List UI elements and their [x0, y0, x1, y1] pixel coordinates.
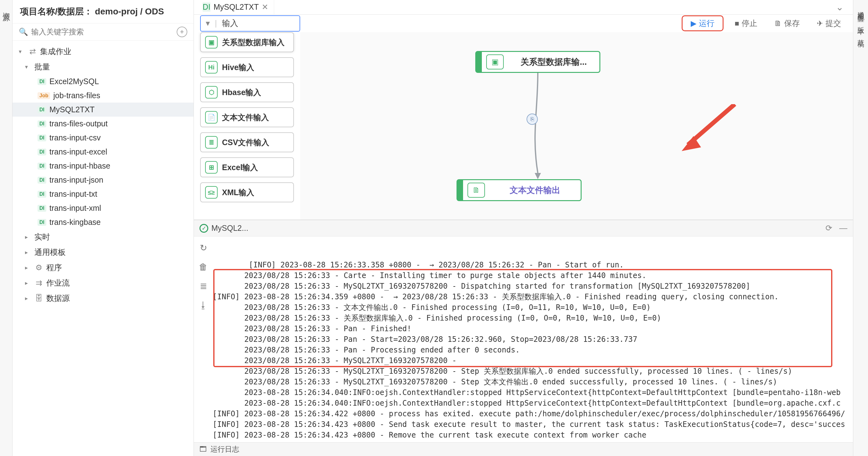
submit-button[interactable]: ✈ 提交: [811, 16, 847, 31]
log-tab[interactable]: ✓ MySQL2...: [199, 224, 248, 233]
tree-item[interactable]: Jobjob-trans-files: [12, 89, 193, 102]
palette-item[interactable]: ≣CSV文件输入: [200, 132, 294, 152]
right-rail-item[interactable]: 通用配置: [856, 4, 866, 13]
palette-item-icon: ⊞: [205, 161, 218, 174]
right-rail: 通用配置版本草稿: [853, 0, 868, 456]
palette-item-icon: Hi: [205, 61, 218, 73]
item-badge-icon: DI: [37, 163, 46, 170]
item-badge-icon: Job: [37, 92, 50, 99]
tree-item[interactable]: DItrans-input-csv: [12, 131, 193, 145]
send-icon: ✈: [817, 19, 823, 28]
palette-category[interactable]: ▾ | 输入: [200, 15, 300, 32]
tree-folder[interactable]: ▸通用模板: [12, 245, 193, 260]
run-button[interactable]: ▶ 运行: [682, 15, 723, 31]
tree-item[interactable]: DItrans-files-output: [12, 117, 193, 131]
log-footer-icon: 🗔: [199, 445, 207, 454]
search-icon: 🔍: [19, 27, 28, 37]
tree-item[interactable]: DItrans-input-excel: [12, 145, 193, 159]
tree-item[interactable]: DItrans-input-xml: [12, 201, 193, 215]
log-gutter: ↻ 🗑 ≣ ⭳: [194, 237, 213, 442]
tree-item[interactable]: DItrans-input-json: [12, 173, 193, 187]
annotation-arrow-icon: [675, 104, 738, 151]
save-button[interactable]: 🗎 保存: [769, 16, 805, 31]
log-footer[interactable]: 🗔 运行日志: [194, 442, 853, 456]
caret-icon: ▸: [25, 249, 31, 256]
tree-item[interactable]: DItrans-input-txt: [12, 187, 193, 201]
minimize-icon[interactable]: —: [839, 223, 847, 233]
left-rail[interactable]: 资源: [0, 0, 12, 456]
palette-item[interactable]: 📄文本文件输入: [200, 107, 294, 127]
folder-label: 程序: [46, 263, 62, 273]
palette-item-label: Hive输入: [222, 62, 254, 72]
palette-item-icon: ▣: [205, 36, 218, 49]
palette-item-icon: ≣: [205, 136, 218, 149]
palette-item-icon: ⬡: [205, 86, 218, 98]
caret-icon: ▸: [25, 234, 31, 241]
palette-item[interactable]: ▣关系型数据库输入: [200, 32, 294, 52]
caret-icon: ▾: [206, 19, 210, 28]
add-icon[interactable]: +: [177, 27, 187, 37]
design-canvas[interactable]: ▣ 关系型数据库输... ⎘ 🗎 文本文件输出: [300, 32, 853, 219]
tree-folder[interactable]: ▸⇉作业流: [12, 275, 193, 291]
stop-icon: ■: [735, 19, 740, 28]
tree-item-label: trans-input-json: [50, 176, 103, 185]
folder-icon: ⚙: [34, 263, 43, 272]
log-output[interactable]: [INFO] 2023-08-28 15:26:33.358 +0800 - →…: [213, 237, 853, 442]
tree-item-label: trans-kingbase: [50, 218, 101, 227]
tree-item[interactable]: DItrans-input-hbase: [12, 159, 193, 173]
tree-folder[interactable]: ▸🗄数据源: [12, 291, 193, 306]
palette-item[interactable]: ⬡Hbase输入: [200, 82, 294, 102]
item-badge-icon: DI: [37, 205, 46, 212]
tree-item-label: trans-input-csv: [50, 133, 101, 142]
play-icon: ▶: [691, 19, 696, 28]
tree-folder[interactable]: ▸实时: [12, 229, 193, 245]
right-rail-item[interactable]: 草稿: [856, 32, 866, 38]
palette-item-label: XML输入: [222, 187, 254, 197]
tree-root[interactable]: ▾ ⇄ 集成作业: [12, 44, 193, 59]
success-icon: ✓: [199, 224, 208, 233]
palette-item[interactable]: ⊞Excel输入: [200, 157, 294, 177]
collapse-icon[interactable]: ⌄: [830, 2, 850, 12]
editor-tabbar: DI MySQL2TXT ✕ ⌄: [194, 0, 853, 15]
item-badge-icon: DI: [37, 78, 46, 85]
editor-tab[interactable]: DI MySQL2TXT ✕: [197, 0, 274, 14]
tree-folder[interactable]: ▸⚙程序: [12, 260, 193, 275]
palette-item-label: 文本文件输入: [222, 112, 269, 123]
tree-item-label: MySQL2TXT: [50, 105, 94, 114]
palette-item-icon: ≤≥: [205, 186, 218, 199]
stop-button[interactable]: ■ 停止: [729, 16, 763, 31]
tree-item[interactable]: DIExcel2MySQL: [12, 74, 193, 89]
palette-item[interactable]: ≤≥XML输入: [200, 182, 294, 202]
tree-item-label: trans-files-output: [50, 119, 107, 128]
close-icon[interactable]: ✕: [262, 2, 268, 11]
right-rail-item[interactable]: 版本: [856, 20, 866, 26]
tree-item[interactable]: DIMySQL2TXT: [12, 102, 193, 117]
item-badge-icon: DI: [37, 134, 46, 141]
reload-icon[interactable]: ↻: [200, 243, 207, 253]
hop-icon[interactable]: ⎘: [527, 114, 538, 125]
db-icon: ▣: [486, 54, 504, 69]
folder-icon: 🗄: [34, 294, 43, 303]
folder-icon: ⇄: [28, 47, 37, 56]
folder-icon: ⇉: [34, 278, 43, 287]
caret-icon: ▸: [25, 264, 31, 271]
node-text-output[interactable]: 🗎 文本文件输出: [457, 179, 582, 201]
search-input[interactable]: [31, 28, 174, 36]
tree-batch[interactable]: ▾ 批量: [12, 59, 193, 74]
delete-icon[interactable]: 🗑: [199, 262, 208, 272]
node-db-input[interactable]: ▣ 关系型数据库输...: [475, 51, 600, 73]
tab-label: MySQL2TXT: [214, 2, 258, 11]
download-icon[interactable]: ⭳: [199, 300, 208, 310]
folder-label: 作业流: [46, 278, 70, 288]
palette-item-label: Hbase输入: [222, 87, 261, 98]
caret-icon: ▾: [25, 63, 31, 70]
folder-label: 数据源: [46, 293, 70, 303]
log-panel: ✓ MySQL2... ⟳ — ↻ 🗑 ≣ ⭳ [INFO] 2023-08-2…: [194, 220, 853, 456]
palette-item[interactable]: HiHive输入: [200, 57, 294, 77]
tree-item[interactable]: DItrans-kingbase: [12, 215, 193, 229]
sidebar: 项目名称/数据层： demo-proj / ODS 🔍 + ▾ ⇄ 集成作业 ▾…: [12, 0, 194, 456]
refresh-icon[interactable]: ⟳: [826, 223, 832, 233]
item-badge-icon: DI: [37, 219, 46, 226]
wrap-icon[interactable]: ≣: [200, 281, 207, 291]
tree-item-label: job-trans-files: [53, 91, 100, 100]
